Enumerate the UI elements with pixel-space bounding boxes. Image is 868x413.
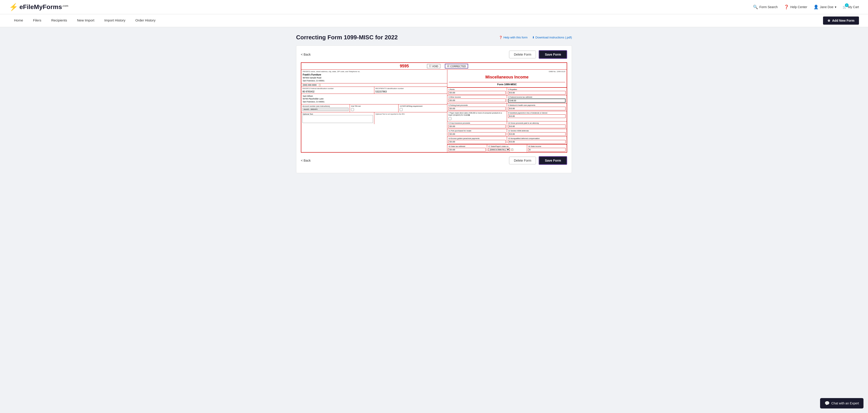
nav-new-import[interactable]: New Import	[72, 14, 99, 27]
save-form-button-bottom[interactable]: Save Form	[539, 156, 567, 165]
2nd-tin-label: 2nd TIN not.	[351, 105, 397, 107]
federal-tax-input[interactable]	[511, 99, 555, 102]
rents-input[interactable]	[451, 92, 495, 94]
optional-text-cell: Optional Text	[301, 113, 374, 124]
fish-input[interactable]	[451, 133, 495, 135]
crop-input[interactable]	[451, 125, 495, 127]
form-search-link[interactable]: 🔍 Form Search	[753, 4, 778, 9]
state-copy-icon[interactable]: 📋	[511, 148, 514, 151]
form-left: PAYER'S name, street address, city, stat…	[301, 70, 447, 152]
other-income-input[interactable]	[451, 99, 495, 101]
download-instructions-link[interactable]: ⬇ Download instructions (.pdf)	[532, 36, 572, 39]
fish-dollar: $	[450, 133, 451, 135]
void-checkbox[interactable]: ☐ VOID	[427, 64, 440, 68]
help-center-link[interactable]: ❓ Help Center	[784, 4, 807, 9]
payer-address: 987654 Sample Road	[303, 76, 446, 80]
payer-city: San Francisco, CA 90001	[303, 80, 446, 82]
state-select[interactable]: (Select a State No.)	[488, 148, 510, 151]
form-card-actions-bottom: Delete Form Save Form	[509, 156, 567, 165]
main-nav: Home Filers Recipients New Import Import…	[0, 14, 868, 27]
gross-proceeds-input[interactable]	[511, 125, 555, 127]
payer-section: PAYER'S name, street address, city, stat…	[301, 70, 447, 84]
corrected-checkbox[interactable]: ☑ CORRECTED	[445, 64, 468, 68]
2nd-tin-checkbox[interactable]	[351, 108, 354, 111]
gross-proceeds-label: 10 Gross proceeds paid to an attorney	[508, 122, 565, 124]
state-payers-label: 17 State/Payer's state no.	[488, 145, 526, 148]
form-right: OMB No. 1545-0115 Miscellaneous Income F…	[447, 70, 567, 152]
state-tax-label: 16 State tax withheld	[448, 145, 486, 148]
medical-label: 6 Medical & health care payments	[508, 104, 565, 106]
crop-dollar: $	[450, 125, 451, 127]
state-income-input[interactable]	[531, 149, 559, 151]
chat-label: Chat with an Expert	[831, 402, 859, 405]
back-link-top[interactable]: < Back	[301, 53, 311, 56]
optional-text-input[interactable]	[303, 115, 373, 123]
recipient-tin-cell: RECIPIENT'S identification number 532157…	[374, 87, 447, 94]
royalties-cell: 2 Royalties $	[507, 88, 567, 95]
fishing-input[interactable]	[451, 107, 495, 109]
help-with-form-link[interactable]: ❓ Help with this form	[499, 36, 528, 39]
void-corrected-section: ☐ VOID ☑ CORRECTED	[427, 64, 468, 68]
federal-tax-dollar: $	[509, 99, 510, 102]
nav-import-history[interactable]: Import History	[99, 14, 130, 27]
section409-input[interactable]	[511, 133, 555, 135]
save-form-button-top[interactable]: Save Form	[539, 50, 567, 59]
nonqualified-input[interactable]	[511, 140, 555, 143]
fatca-checkbox[interactable]	[400, 108, 403, 111]
recipient-address: 56765 Placeholder Lane	[303, 97, 446, 100]
logo-icon: ⚡	[9, 3, 18, 11]
state-tax-cell: 16 State tax withheld $	[447, 145, 487, 152]
state-tax-input[interactable]	[451, 149, 479, 151]
excess-golden-field: $	[448, 140, 506, 144]
cart-button[interactable]: 🛒 0 My Cart	[843, 5, 859, 9]
nonqualified-cell: 15 Nonqualified deferred compensation $	[507, 137, 567, 145]
payer-phone: (888) 888-8888	[303, 84, 317, 86]
void-checkbox-box: ☐	[429, 65, 431, 68]
back-link-bottom[interactable]: < Back	[301, 159, 311, 162]
state-income-dollar: $	[529, 149, 530, 151]
medical-dollar: $	[509, 107, 510, 109]
fishing-dollar: $	[450, 107, 451, 109]
substitute-cell: 8 Substitute payments in lieu of dividen…	[507, 111, 567, 122]
nav-order-history[interactable]: Order History	[130, 14, 160, 27]
optional-text-note: Optional Text is not reported to the IRS	[375, 113, 446, 115]
form-search-label: Form Search	[759, 5, 778, 9]
section409-dollar: $	[509, 133, 510, 135]
excess-golden-input[interactable]	[451, 140, 495, 143]
medical-cell: 6 Medical & health care payments $	[507, 103, 567, 111]
add-new-form-button[interactable]: ⊕ Add New Form	[823, 17, 859, 25]
add-new-form-label: Add New Form	[832, 19, 855, 22]
download-instructions-label: Download instructions (.pdf)	[535, 36, 572, 39]
direct-sales-checkbox[interactable]	[448, 117, 452, 120]
payer-name: Frank's Furniture	[303, 73, 446, 76]
copy-icon[interactable]: 📋	[318, 84, 321, 86]
page-header: Correcting Form 1099-MISC for 2022 ❓ Hel…	[296, 34, 572, 41]
2nd-tin-cell: 2nd TIN not.	[350, 104, 399, 112]
tin-row: PAYER'S Federal identification number 80…	[301, 87, 447, 94]
logo-text: eFileMyForms.com	[20, 3, 68, 11]
royalties-label: 2 Royalties	[508, 88, 565, 90]
account-number-cell: Account number (see instructions) AutoID…	[301, 104, 350, 112]
fishing-label: 5 Fishing boat proceeds	[448, 104, 506, 106]
account-value: AutoID - B6EAF6	[303, 107, 348, 111]
chat-with-expert-button[interactable]: 💬 Chat with an Expert	[820, 398, 864, 409]
delete-form-button-bottom[interactable]: Delete Form	[509, 157, 536, 164]
other-income-field: $	[448, 99, 506, 102]
right-top-section: OMB No. 1545-0115 Miscellaneous Income F…	[447, 70, 567, 88]
nav-recipients[interactable]: Recipients	[46, 14, 72, 27]
substitute-input[interactable]	[511, 115, 555, 117]
plus-icon: ⊕	[828, 19, 830, 22]
delete-form-button-top[interactable]: Delete Form	[509, 51, 536, 58]
nav-home[interactable]: Home	[9, 14, 28, 27]
section409-field: $	[508, 132, 565, 136]
crop-label: 9 Crop insurance proceeds	[448, 122, 506, 124]
royalties-input[interactable]	[511, 92, 555, 94]
page-title: Correcting Form 1099-MISC for 2022	[296, 34, 398, 41]
nonqualified-dollar: $	[509, 140, 510, 143]
form-card-header: < Back Delete Form Save Form	[301, 50, 567, 59]
medical-input[interactable]	[511, 107, 555, 109]
recipient-tin-label: RECIPIENT'S identification number	[375, 88, 446, 90]
nav-filers[interactable]: Filers	[28, 14, 46, 27]
user-menu[interactable]: 👤 Jane Doe ▾	[813, 4, 836, 9]
rents-cell: 1 Rents $	[447, 88, 507, 95]
